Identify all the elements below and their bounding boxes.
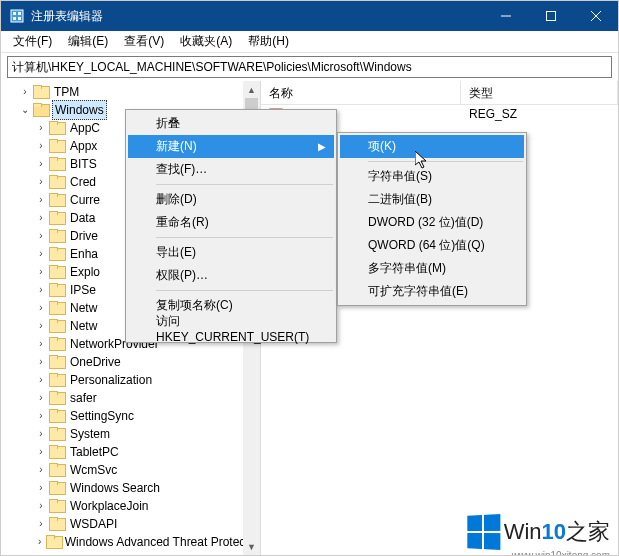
tree-node[interactable]: ›safer <box>1 389 260 407</box>
expand-icon[interactable]: › <box>33 479 49 497</box>
tree-node[interactable]: ›Windows Search <box>1 479 260 497</box>
tree-node[interactable]: ›WcmSvc <box>1 461 260 479</box>
tree-node-label: WcmSvc <box>68 461 119 479</box>
scroll-up-button[interactable]: ▲ <box>243 81 260 98</box>
tree-node-label: Appx <box>68 137 99 155</box>
tree-node[interactable]: ›Windows Advanced Threat Protectio <box>1 533 260 551</box>
menu-file[interactable]: 文件(F) <box>5 31 60 52</box>
folder-icon <box>49 247 65 261</box>
submenu-arrow-icon: ▶ <box>318 141 326 152</box>
ctx-new-key[interactable]: 项(K) <box>340 135 524 158</box>
ctx-new-dword[interactable]: DWORD (32 位)值(D) <box>340 211 524 234</box>
folder-icon <box>49 283 65 297</box>
expand-icon[interactable]: › <box>33 263 49 281</box>
menu-favorites[interactable]: 收藏夹(A) <box>172 31 240 52</box>
context-menu: 折叠 新建(N)▶ 查找(F)… 删除(D) 重命名(R) 导出(E) 权限(P… <box>125 109 337 343</box>
folder-icon <box>49 481 65 495</box>
expand-icon[interactable]: › <box>33 317 49 335</box>
expand-icon[interactable]: › <box>33 443 49 461</box>
folder-icon <box>49 355 65 369</box>
separator <box>156 184 333 185</box>
maximize-button[interactable] <box>528 1 573 31</box>
ctx-delete[interactable]: 删除(D) <box>128 188 334 211</box>
folder-icon <box>49 427 65 441</box>
folder-icon <box>49 193 65 207</box>
tree-node[interactable]: ›System <box>1 425 260 443</box>
ctx-goto-hkcu[interactable]: 访问 HKEY_CURRENT_USER(T) <box>128 317 334 340</box>
ctx-rename[interactable]: 重命名(R) <box>128 211 334 234</box>
ctx-new-string[interactable]: 字符串值(S) <box>340 165 524 188</box>
separator <box>156 290 333 291</box>
separator <box>156 237 333 238</box>
folder-icon <box>49 391 65 405</box>
tree-node-label: Personalization <box>68 371 154 389</box>
address-bar[interactable]: 计算机\HKEY_LOCAL_MACHINE\SOFTWARE\Policies… <box>7 56 612 78</box>
folder-icon <box>33 103 49 117</box>
expand-icon[interactable]: › <box>33 389 49 407</box>
expand-icon[interactable]: › <box>33 353 49 371</box>
menubar: 文件(F) 编辑(E) 查看(V) 收藏夹(A) 帮助(H) <box>1 31 618 53</box>
tree-node[interactable]: ›Personalization <box>1 371 260 389</box>
expand-icon[interactable]: › <box>33 515 49 533</box>
tree-node-label: Explo <box>68 263 102 281</box>
folder-icon <box>49 499 65 513</box>
tree-node[interactable]: ›TPM <box>1 83 260 101</box>
expand-icon[interactable]: › <box>33 407 49 425</box>
context-submenu-new: 项(K) 字符串值(S) 二进制值(B) DWORD (32 位)值(D) QW… <box>337 132 527 306</box>
watermark-text: Win <box>504 519 542 544</box>
ctx-new[interactable]: 新建(N)▶ <box>128 135 334 158</box>
collapse-icon[interactable]: ⌄ <box>17 101 33 119</box>
expand-icon[interactable]: › <box>33 245 49 263</box>
expand-icon[interactable]: › <box>33 209 49 227</box>
folder-icon <box>49 229 65 243</box>
folder-icon <box>49 175 65 189</box>
menu-help[interactable]: 帮助(H) <box>240 31 297 52</box>
ctx-new-expandstring[interactable]: 可扩充字符串值(E) <box>340 280 524 303</box>
ctx-find[interactable]: 查找(F)… <box>128 158 334 181</box>
expand-icon[interactable]: › <box>33 425 49 443</box>
column-headers: 名称 类型 <box>261 81 618 105</box>
expand-icon[interactable]: › <box>33 155 49 173</box>
value-type-cell: REG_SZ <box>461 107 618 121</box>
expand-icon[interactable]: › <box>33 299 49 317</box>
tree-node[interactable]: ›TabletPC <box>1 443 260 461</box>
menu-edit[interactable]: 编辑(E) <box>60 31 116 52</box>
column-name[interactable]: 名称 <box>261 81 461 104</box>
window-controls <box>483 1 618 31</box>
ctx-new-qword[interactable]: QWORD (64 位)值(Q) <box>340 234 524 257</box>
folder-icon <box>49 517 65 531</box>
folder-icon <box>49 409 65 423</box>
tree-node-label: WSDAPI <box>68 515 119 533</box>
ctx-new-multistring[interactable]: 多字符串值(M) <box>340 257 524 280</box>
expand-icon[interactable]: › <box>33 227 49 245</box>
ctx-collapse[interactable]: 折叠 <box>128 112 334 135</box>
folder-icon <box>33 85 49 99</box>
minimize-button[interactable] <box>483 1 528 31</box>
expand-icon[interactable]: › <box>33 119 49 137</box>
expand-icon[interactable]: › <box>33 335 49 353</box>
ctx-export[interactable]: 导出(E) <box>128 241 334 264</box>
expand-icon[interactable]: › <box>33 281 49 299</box>
expand-icon[interactable]: › <box>33 137 49 155</box>
expand-icon[interactable]: › <box>33 371 49 389</box>
svg-rect-6 <box>546 12 555 21</box>
expand-icon[interactable]: › <box>33 533 46 551</box>
scroll-down-button[interactable]: ▼ <box>243 538 260 555</box>
expand-icon[interactable]: › <box>17 83 33 101</box>
tree-node[interactable]: ›OneDrive <box>1 353 260 371</box>
expand-icon[interactable]: › <box>33 497 49 515</box>
expand-icon[interactable]: › <box>33 173 49 191</box>
close-button[interactable] <box>573 1 618 31</box>
ctx-permissions[interactable]: 权限(P)… <box>128 264 334 287</box>
folder-icon <box>49 337 65 351</box>
expand-icon[interactable]: › <box>33 191 49 209</box>
ctx-new-binary[interactable]: 二进制值(B) <box>340 188 524 211</box>
tree-node[interactable]: ›WorkplaceJoin <box>1 497 260 515</box>
windows-logo-icon <box>467 514 500 550</box>
tree-node[interactable]: ›WSDAPI <box>1 515 260 533</box>
menu-view[interactable]: 查看(V) <box>116 31 172 52</box>
column-type[interactable]: 类型 <box>461 81 618 104</box>
address-path: 计算机\HKEY_LOCAL_MACHINE\SOFTWARE\Policies… <box>12 59 412 76</box>
expand-icon[interactable]: › <box>33 461 49 479</box>
tree-node[interactable]: ›SettingSync <box>1 407 260 425</box>
